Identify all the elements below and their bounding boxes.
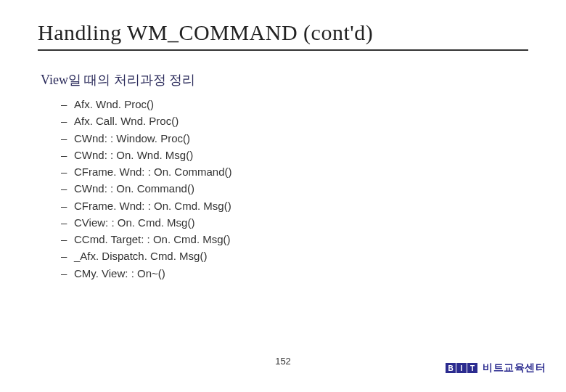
list-item: Afx. Call. Wnd. Proc() — [61, 113, 528, 129]
logo-squares-icon: B I T — [446, 363, 478, 373]
list-item: CView: : On. Cmd. Msg() — [61, 214, 528, 231]
title-rule: Handling WM_COMMAND (cont'd) — [38, 20, 528, 51]
list-item: CWnd: : On. Wnd. Msg() — [61, 147, 528, 163]
list-item: CWnd: : Window. Proc() — [61, 130, 528, 147]
content-area: View일 때의 처리과정 정리 Afx. Wnd. Proc() Afx. C… — [38, 71, 528, 282]
footer: 152 B I T 비트교육센터 — [0, 356, 566, 373]
logo-square-t: T — [467, 363, 477, 373]
logo-square-b: B — [446, 363, 456, 373]
list-item: _Afx. Dispatch. Cmd. Msg() — [61, 248, 528, 264]
logo-square-i: I — [456, 363, 467, 373]
list-item: CMy. View: : On~() — [61, 265, 528, 282]
list-item: CCmd. Target: : On. Cmd. Msg() — [61, 231, 528, 248]
list-item: CFrame. Wnd: : On. Cmd. Msg() — [61, 197, 528, 214]
section-heading: View일 때의 처리과정 정리 — [41, 71, 528, 89]
list-item: CFrame. Wnd: : On. Command() — [61, 163, 528, 180]
slide: Handling WM_COMMAND (cont'd) View일 때의 처리… — [0, 0, 566, 392]
list-item: Afx. Wnd. Proc() — [61, 96, 528, 113]
logo: B I T 비트교육센터 — [446, 362, 546, 375]
call-sequence-list: Afx. Wnd. Proc() Afx. Call. Wnd. Proc() … — [41, 96, 528, 282]
page-number: 152 — [275, 356, 291, 367]
slide-title: Handling WM_COMMAND (cont'd) — [38, 20, 528, 45]
list-item: CWnd: : On. Command() — [61, 180, 528, 197]
logo-text: 비트교육센터 — [483, 362, 546, 375]
